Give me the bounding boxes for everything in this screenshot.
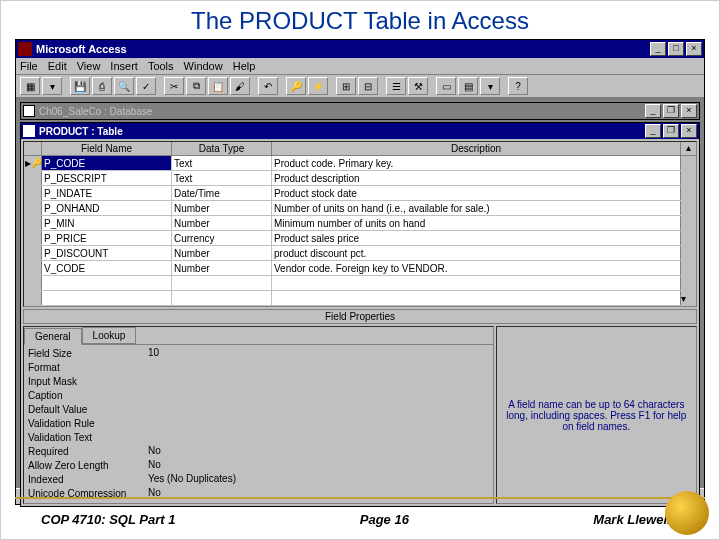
data-type-cell[interactable]: Number xyxy=(172,246,272,260)
row-selector[interactable] xyxy=(24,186,42,200)
menu-view[interactable]: View xyxy=(77,60,101,72)
tbl-close-button[interactable]: × xyxy=(681,124,697,138)
field-row[interactable]: P_CODETextProduct code. Primary key. xyxy=(24,156,696,171)
scrollbar-track[interactable] xyxy=(680,231,696,245)
scroll-up-button[interactable]: ▴ xyxy=(680,142,696,155)
paste-button[interactable]: 📋 xyxy=(208,77,228,95)
menu-tools[interactable]: Tools xyxy=(148,60,174,72)
property-value[interactable] xyxy=(146,403,487,416)
print-preview-button[interactable]: 🔍 xyxy=(114,77,134,95)
print-button[interactable]: ⎙ xyxy=(92,77,112,95)
field-name-cell[interactable]: P_INDATE xyxy=(42,186,172,200)
field-name-cell[interactable]: P_MIN xyxy=(42,216,172,230)
row-selector[interactable] xyxy=(24,246,42,260)
field-row[interactable]: P_MINNumberMinimum number of units on ha… xyxy=(24,216,696,231)
minimize-button[interactable]: _ xyxy=(650,42,666,56)
scrollbar-track[interactable] xyxy=(680,156,696,170)
description-cell[interactable]: Number of units on hand (i.e., available… xyxy=(272,201,680,215)
maximize-button[interactable]: □ xyxy=(668,42,684,56)
empty-field-row[interactable] xyxy=(24,276,696,291)
undo-button[interactable]: ↶ xyxy=(258,77,278,95)
field-name-cell[interactable]: P_ONHAND xyxy=(42,201,172,215)
property-value[interactable]: Yes (No Duplicates) xyxy=(146,473,487,486)
data-type-cell[interactable] xyxy=(172,291,272,305)
menu-window[interactable]: Window xyxy=(184,60,223,72)
menu-file[interactable]: File xyxy=(20,60,38,72)
data-type-cell[interactable] xyxy=(172,276,272,290)
data-type-cell[interactable]: Date/Time xyxy=(172,186,272,200)
row-selector[interactable] xyxy=(24,291,42,305)
description-cell[interactable]: Product description xyxy=(272,171,680,185)
description-cell[interactable]: Minimum number of units on hand xyxy=(272,216,680,230)
data-type-cell[interactable]: Currency xyxy=(172,231,272,245)
description-cell[interactable] xyxy=(272,291,680,305)
description-cell[interactable] xyxy=(272,276,680,290)
db-restore-button[interactable]: ❐ xyxy=(663,104,679,118)
description-cell[interactable]: Product code. Primary key. xyxy=(272,156,680,170)
field-name-cell[interactable] xyxy=(42,276,172,290)
field-name-cell[interactable] xyxy=(42,291,172,305)
description-cell[interactable]: Vendor code. Foreign key to VENDOR. xyxy=(272,261,680,275)
scrollbar-track[interactable] xyxy=(680,276,696,290)
property-value[interactable]: 10 xyxy=(146,347,487,360)
data-type-cell[interactable]: Number xyxy=(172,201,272,215)
scrollbar-track[interactable] xyxy=(680,216,696,230)
row-selector[interactable] xyxy=(24,201,42,215)
delete-rows-button[interactable]: ⊟ xyxy=(358,77,378,95)
cut-button[interactable]: ✂ xyxy=(164,77,184,95)
db-close-button[interactable]: × xyxy=(681,104,697,118)
scrollbar-track[interactable] xyxy=(680,246,696,260)
row-selector[interactable] xyxy=(24,171,42,185)
scrollbar-track[interactable] xyxy=(680,201,696,215)
property-value[interactable] xyxy=(146,389,487,402)
insert-rows-button[interactable]: ⊞ xyxy=(336,77,356,95)
tab-general[interactable]: General xyxy=(24,328,82,345)
save-button[interactable]: 💾 xyxy=(70,77,90,95)
data-type-cell[interactable]: Number xyxy=(172,216,272,230)
empty-field-row[interactable]: ▾ xyxy=(24,291,696,306)
help-button[interactable]: ? xyxy=(508,77,528,95)
field-name-cell[interactable]: V_CODE xyxy=(42,261,172,275)
row-selector[interactable] xyxy=(24,216,42,230)
property-value[interactable] xyxy=(146,431,487,444)
scrollbar-track[interactable] xyxy=(680,261,696,275)
property-value[interactable]: No xyxy=(146,459,487,472)
field-row[interactable]: P_PRICECurrencyProduct sales price xyxy=(24,231,696,246)
new-object-button[interactable]: ▤ xyxy=(458,77,478,95)
dropdown-icon[interactable]: ▾ xyxy=(42,77,62,95)
dropdown-icon[interactable]: ▾ xyxy=(480,77,500,95)
field-name-cell[interactable]: P_DESCRIPT xyxy=(42,171,172,185)
field-row[interactable]: P_DISCOUNTNumberproduct discount pct. xyxy=(24,246,696,261)
field-row[interactable]: P_INDATEDate/TimeProduct stock date xyxy=(24,186,696,201)
property-value[interactable] xyxy=(146,361,487,374)
description-cell[interactable]: Product sales price xyxy=(272,231,680,245)
field-name-cell[interactable]: P_CODE xyxy=(42,156,172,170)
scrollbar-track[interactable] xyxy=(680,171,696,185)
menu-insert[interactable]: Insert xyxy=(110,60,138,72)
data-type-cell[interactable]: Text xyxy=(172,156,272,170)
scroll-down-button[interactable]: ▾ xyxy=(680,291,696,305)
database-window-button[interactable]: ▭ xyxy=(436,77,456,95)
data-type-cell[interactable]: Text xyxy=(172,171,272,185)
spellcheck-button[interactable]: ✓ xyxy=(136,77,156,95)
field-row[interactable]: V_CODENumberVendor code. Foreign key to … xyxy=(24,261,696,276)
row-selector[interactable] xyxy=(24,231,42,245)
db-minimize-button[interactable]: _ xyxy=(645,104,661,118)
field-name-cell[interactable]: P_DISCOUNT xyxy=(42,246,172,260)
menu-help[interactable]: Help xyxy=(233,60,256,72)
primary-key-icon[interactable] xyxy=(24,156,42,170)
field-row[interactable]: P_ONHANDNumberNumber of units on hand (i… xyxy=(24,201,696,216)
tbl-minimize-button[interactable]: _ xyxy=(645,124,661,138)
row-selector[interactable] xyxy=(24,261,42,275)
scrollbar-track[interactable] xyxy=(680,186,696,200)
tab-lookup[interactable]: Lookup xyxy=(82,327,137,344)
property-value[interactable] xyxy=(146,375,487,388)
property-value[interactable] xyxy=(146,417,487,430)
menu-edit[interactable]: Edit xyxy=(48,60,67,72)
primary-key-button[interactable]: 🔑 xyxy=(286,77,306,95)
build-button[interactable]: ⚒ xyxy=(408,77,428,95)
description-cell[interactable]: Product stock date xyxy=(272,186,680,200)
data-type-cell[interactable]: Number xyxy=(172,261,272,275)
properties-button[interactable]: ☰ xyxy=(386,77,406,95)
field-row[interactable]: P_DESCRIPTTextProduct description xyxy=(24,171,696,186)
